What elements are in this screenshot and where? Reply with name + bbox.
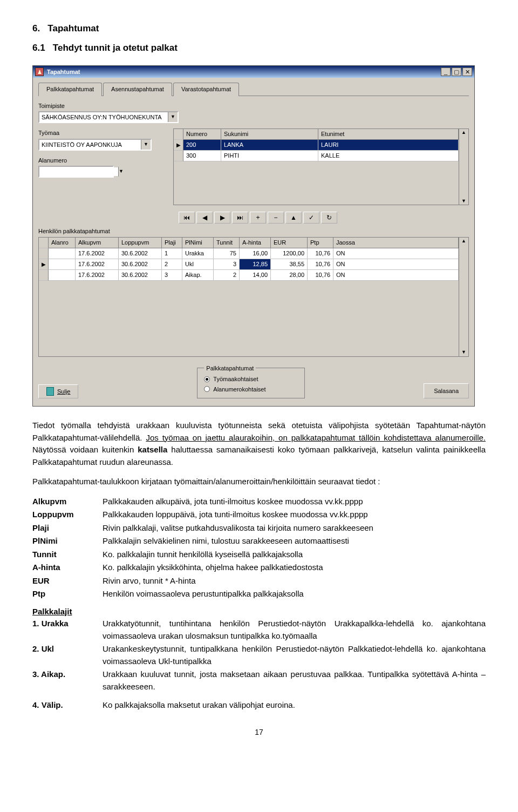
definition-row: LoppupvmPalkkakauden loppupäivä, jota tu… xyxy=(32,509,486,521)
table-row[interactable]: ▶ 17.6.2002 30.6.2002 2 Ukl 3 12,85 38,5… xyxy=(39,259,459,270)
nav-delete[interactable]: − xyxy=(268,212,284,224)
sulje-button[interactable]: Sulje xyxy=(38,384,78,399)
table-row[interactable]: 300 PIHTI KALLE xyxy=(174,151,459,161)
palkkatapahtumat-radio-group: Palkkatapahtumat Työmaakohtaiset Alanume… xyxy=(197,368,305,399)
col-alkupvm[interactable]: Alkupvm xyxy=(76,238,119,248)
col-etunimet[interactable]: Etunimet xyxy=(318,129,459,140)
radio-tyomaakohtaiset[interactable]: Työmaakohtaiset xyxy=(204,375,298,384)
def-term: 2. Ukl xyxy=(32,643,103,667)
toimipiste-combo[interactable]: ▼ xyxy=(38,111,179,123)
def-desc: Ko. palkkalajin tunnit henkilöllä kyseis… xyxy=(103,549,486,561)
def-desc: Palkkalajin selväkielinen nimi, tulostuu… xyxy=(103,535,486,547)
nav-confirm[interactable]: ✓ xyxy=(303,212,319,224)
def-term: EUR xyxy=(32,575,103,587)
def-term: A-hinta xyxy=(32,561,103,574)
nav-prev[interactable]: ◀ xyxy=(196,212,213,224)
def-desc: Ko. palkkalajin yksikköhinta, ohjelma ha… xyxy=(103,561,486,574)
palkkalaji-row: 1. UrakkaUrakkatyötunnit, tuntihintana h… xyxy=(32,618,486,642)
chevron-down-icon[interactable]: ▼ xyxy=(168,112,178,122)
def-term: Ptp xyxy=(32,588,103,600)
page-number: 17 xyxy=(32,727,486,738)
tapahtumat-window: ♟ Tapahtumat _ ▢ ✕ Palkkatapahtumat Asen… xyxy=(32,65,475,407)
table-row[interactable]: ▶ 200 LANKA LAURI xyxy=(174,140,459,151)
editing-cell[interactable]: 12,85 xyxy=(240,259,271,270)
definition-row: A-hintaKo. palkkalajin yksikköhinta, ohj… xyxy=(32,561,486,574)
def-desc: Urakkatyötunnit, tuntihintana henkilön P… xyxy=(103,618,486,642)
radio-group-title: Palkkatapahtumat xyxy=(204,364,256,373)
door-icon xyxy=(46,387,54,396)
col-jaossa[interactable]: Jaossa xyxy=(333,238,459,248)
tyomaa-combo[interactable]: ▼ xyxy=(38,139,152,151)
palkkalajit-list: 1. UrakkaUrakkatyötunnit, tuntihintana h… xyxy=(32,618,486,712)
radio-icon xyxy=(204,376,210,382)
nav-last[interactable]: ⏭ xyxy=(232,212,248,224)
definition-row: EURRivin arvo, tunnit * A-hinta xyxy=(32,575,486,587)
tab-asennustapahtumat[interactable]: Asennustapahtumat xyxy=(103,83,172,96)
nav-edit[interactable]: ▲ xyxy=(285,212,302,224)
definition-row: PlNimiPalkkalajin selväkielinen nimi, tu… xyxy=(32,535,486,547)
palkkalaji-row: 4. Välip.Ko palkkajaksolla maksetut urak… xyxy=(32,699,486,712)
minimize-button[interactable]: _ xyxy=(441,67,451,76)
field-definitions: AlkupvmPalkkakauden alkupäivä, jota tunt… xyxy=(32,496,486,600)
def-desc: Henkilön voimassaoleva perustuntipalkka … xyxy=(103,588,486,600)
tyomaa-input[interactable] xyxy=(39,140,141,149)
col-ahinta[interactable]: A-hinta xyxy=(240,238,271,248)
tab-palkkatapahtumat[interactable]: Palkkatapahtumat xyxy=(38,83,102,96)
col-ptp[interactable]: Ptp xyxy=(308,238,333,248)
nav-first[interactable]: ⏮ xyxy=(179,212,195,224)
toimipiste-input[interactable] xyxy=(39,113,168,121)
def-term: 4. Välip. xyxy=(32,699,103,712)
definition-row: PtpHenkilön voimassaoleva perustuntipalk… xyxy=(32,588,486,600)
tabs: Palkkatapahtumat Asennustapahtumat Varas… xyxy=(38,82,469,96)
def-term: Tunnit xyxy=(32,549,103,561)
col-eur[interactable]: EUR xyxy=(271,238,308,248)
chevron-down-icon[interactable]: ▼ xyxy=(118,167,124,177)
col-tunnit[interactable]: Tunnit xyxy=(214,238,240,248)
paragraph-1: Tiedot työmalla tehdyistä urakkaan kuulu… xyxy=(32,419,486,468)
definition-row: AlkupvmPalkkakauden alkupäivä, jota tunt… xyxy=(32,496,486,508)
detail-label: Henkilön palkkatapahtumat xyxy=(38,227,469,236)
def-term: PlNimi xyxy=(32,535,103,547)
col-sukunimi[interactable]: Sukunimi xyxy=(221,129,318,140)
palkkalajit-title: Palkkalajit xyxy=(32,606,486,618)
def-desc: Urakankeskeytystunnit, tuntipalkkana hen… xyxy=(103,643,486,667)
def-term: Alkupvm xyxy=(32,496,103,508)
radio-alanumerokohtaiset[interactable]: Alanumerokohtaiset xyxy=(204,385,298,394)
alanumero-input[interactable] xyxy=(39,167,118,176)
def-desc: Palkkakauden loppupäivä, jota tunti-ilmo… xyxy=(103,509,486,521)
close-button[interactable]: ✕ xyxy=(462,67,472,76)
radio-icon xyxy=(204,386,210,392)
def-desc: Urakkaan kuuluvat tunnit, josta maksetaa… xyxy=(103,668,486,693)
col-numero[interactable]: Numero xyxy=(183,129,221,140)
nav-next[interactable]: ▶ xyxy=(214,212,230,224)
tab-varastotapahtumat[interactable]: Varastotapahtumat xyxy=(173,83,239,96)
salasana-button[interactable]: Salasana xyxy=(424,383,469,399)
table-row[interactable]: 17.6.2002 30.6.2002 1 Urakka 75 16,00 12… xyxy=(39,248,459,259)
alanumero-combo[interactable]: ▼ xyxy=(38,166,114,178)
col-plnimi[interactable]: PlNimi xyxy=(182,238,214,248)
maximize-button[interactable]: ▢ xyxy=(452,67,461,76)
tyomaa-label: Työmaa xyxy=(38,128,168,138)
nav-refresh[interactable]: ↻ xyxy=(321,212,337,224)
def-term: Loppupvm xyxy=(32,509,103,521)
paragraph-2: Palkkatapahtumat-taulukkoon kirjataan ty… xyxy=(32,476,486,488)
app-icon: ♟ xyxy=(35,67,44,76)
titlebar: ♟ Tapahtumat _ ▢ ✕ xyxy=(33,66,474,78)
subsection-header: 6.1 Tehdyt tunnit ja otetut palkat xyxy=(32,41,486,55)
def-term: 3. Aikap. xyxy=(32,668,103,693)
scrollbar[interactable]: ▲▼ xyxy=(459,238,468,356)
definition-row: PlajiRivin palkkalaji, valitse putkahdus… xyxy=(32,522,486,534)
palkkalaji-row: 2. UklUrakankeskeytystunnit, tuntipalkka… xyxy=(32,643,486,667)
def-desc: Rivin arvo, tunnit * A-hinta xyxy=(103,575,486,587)
col-plaji[interactable]: Plaji xyxy=(162,238,182,248)
nav-add[interactable]: + xyxy=(250,212,266,224)
toimipiste-label: Toimipiste xyxy=(38,102,469,111)
col-loppupvm[interactable]: Loppupvm xyxy=(119,238,162,248)
table-row[interactable]: 17.6.2002 30.6.2002 3 Aikap. 2 14,00 28,… xyxy=(39,270,459,281)
chevron-down-icon[interactable]: ▼ xyxy=(141,140,151,150)
alanumero-label: Alanumero xyxy=(38,156,168,165)
scrollbar[interactable]: ▲▼ xyxy=(459,129,468,205)
record-navigator: ⏮ ◀ ▶ ⏭ + − ▲ ✓ ↻ xyxy=(179,212,469,224)
def-desc: Palkkakauden alkupäivä, jota tunti-ilmoi… xyxy=(103,496,486,508)
col-alanro[interactable]: Alanro xyxy=(49,238,76,248)
